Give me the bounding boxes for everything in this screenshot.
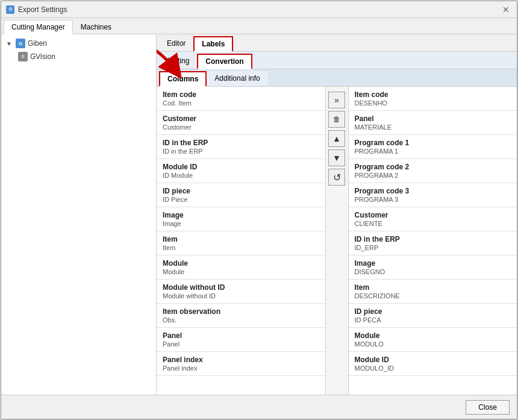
- right-list-item[interactable]: ID pieceID PECA: [349, 304, 517, 328]
- gvision-icon: ⚙: [18, 52, 28, 61]
- right-list-item[interactable]: ModuleMODULO: [349, 328, 517, 352]
- left-list-item[interactable]: Module IDID Module: [157, 159, 325, 183]
- close-window-button[interactable]: ✕: [500, 4, 512, 16]
- left-list-scroll[interactable]: Item codeCod. ItemCustomerCustomerID in …: [157, 87, 325, 395]
- add-all-button[interactable]: »: [328, 92, 345, 108]
- left-list-item[interactable]: Item codeCod. Item: [157, 87, 325, 111]
- move-up-button[interactable]: ▲: [328, 130, 345, 147]
- left-list-item[interactable]: ModuleModule: [157, 255, 325, 280]
- left-list-item[interactable]: ImageImage: [157, 207, 325, 231]
- left-list-item[interactable]: CustomerCustomer: [157, 111, 325, 135]
- tab-machines[interactable]: Machines: [73, 20, 119, 34]
- right-list-item[interactable]: ImageDISEGNO: [349, 255, 517, 280]
- export-settings-window: ⚙ Export Settings ✕ Cutting Manager Mach…: [1, 1, 517, 419]
- close-button[interactable]: Close: [466, 400, 510, 415]
- sidebar-label-giben: Giben: [28, 39, 47, 48]
- sub-tab-bar-3: Columns Additional info: [157, 69, 517, 87]
- tab-cutting-manager[interactable]: Cutting Manager: [4, 20, 73, 34]
- window-title: Export Settings: [18, 5, 67, 14]
- right-list-item[interactable]: CustomerCLIENTE: [349, 207, 517, 231]
- right-list-container: Item codeDESENHOPanelMATERIALEProgram co…: [349, 87, 517, 395]
- right-list-item[interactable]: Program code 1PROGRAMA 1: [349, 135, 517, 159]
- left-list-item[interactable]: ID in the ERPID in the ERP: [157, 135, 325, 159]
- columns-area-wrapper: Item codeCod. ItemCustomerCustomerID in …: [157, 87, 517, 395]
- left-list-item[interactable]: PanelPanel: [157, 328, 325, 352]
- sidebar: ▼ G Giben ⚙ GVision: [1, 34, 157, 395]
- right-list-item[interactable]: Program code 2PROGRAMA 2: [349, 159, 517, 183]
- tree-expand-arrow: ▼: [6, 40, 13, 47]
- right-list-item[interactable]: Program code 3PROGRAMA 3: [349, 183, 517, 207]
- sub-tab-bar-2: Setting Convertion: [157, 52, 517, 69]
- move-down-button[interactable]: ▼: [328, 149, 345, 166]
- main-tab-bar: Cutting Manager Machines: [1, 18, 517, 34]
- left-list-item[interactable]: Item observationObs.: [157, 304, 325, 328]
- right-list-item[interactable]: Module IDMODULO_ID: [349, 352, 517, 376]
- giben-icon: G: [16, 39, 25, 48]
- right-list-scroll[interactable]: Item codeDESENHOPanelMATERIALEProgram co…: [349, 87, 517, 395]
- remove-button[interactable]: 🗑: [328, 111, 345, 128]
- tab-convertion[interactable]: Convertion: [197, 54, 252, 69]
- sidebar-label-gvision: GVision: [30, 52, 55, 61]
- right-list-item[interactable]: ID in the ERPID_ERP: [349, 231, 517, 255]
- bottom-bar: Close: [1, 395, 517, 419]
- left-list-container: Item codeCod. ItemCustomerCustomerID in …: [157, 87, 326, 395]
- columns-area: Item codeCod. ItemCustomerCustomerID in …: [157, 87, 517, 395]
- left-list-item[interactable]: ID pieceID Piece: [157, 183, 325, 207]
- tab-editor[interactable]: Editor: [159, 36, 193, 51]
- tab-columns[interactable]: Columns: [159, 71, 207, 87]
- right-list-item[interactable]: Item codeDESENHO: [349, 87, 517, 111]
- content-area: ▼ G Giben ⚙ GVision Editor Labels Settin…: [1, 34, 517, 395]
- right-list-item[interactable]: PanelMATERIALE: [349, 111, 517, 135]
- tab-setting[interactable]: Setting: [159, 54, 197, 69]
- sidebar-item-giben[interactable]: ▼ G Giben: [1, 37, 156, 50]
- title-bar-left: ⚙ Export Settings: [6, 5, 67, 14]
- sub-tab-bar-3-container: Columns Additional info: [157, 69, 517, 87]
- refresh-button[interactable]: ↺: [328, 169, 345, 186]
- sub-tab-bar-1: Editor Labels: [157, 34, 517, 52]
- tab-additional-info[interactable]: Additional info: [207, 71, 267, 86]
- right-list-item[interactable]: ItemDESCRIZIONE: [349, 280, 517, 304]
- middle-buttons: » 🗑 ▲ ▼ ↺: [326, 87, 349, 395]
- left-list-item[interactable]: ItemItem: [157, 231, 325, 255]
- title-bar: ⚙ Export Settings ✕: [1, 1, 517, 18]
- left-list-item[interactable]: Panel indexPanel index: [157, 352, 325, 376]
- tab-labels[interactable]: Labels: [193, 36, 233, 52]
- right-panel: Editor Labels Setting Convertion Columns: [157, 34, 517, 395]
- sidebar-item-gvision[interactable]: ⚙ GVision: [1, 50, 156, 63]
- window-icon: ⚙: [6, 5, 14, 14]
- left-list-item[interactable]: Module without IDModule without ID: [157, 280, 325, 304]
